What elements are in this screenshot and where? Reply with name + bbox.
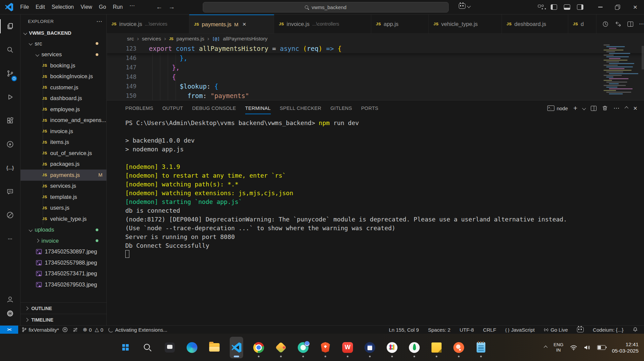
activity-account-icon[interactable] bbox=[0, 292, 20, 306]
go-live[interactable]: Go Live bbox=[544, 327, 568, 333]
menu-run[interactable]: Run bbox=[109, 2, 126, 12]
panel-tab-spell-checker[interactable]: SPELL CHECKER bbox=[280, 100, 321, 116]
panel-more-actions-icon[interactable]: ⋯ bbox=[613, 104, 620, 112]
activity-live-server-icon[interactable] bbox=[0, 203, 20, 227]
language-mode[interactable]: { } JavaScript bbox=[505, 327, 535, 333]
taskbar-sticky-notes-icon[interactable] bbox=[430, 337, 443, 358]
language-indicator[interactable]: ENG IN bbox=[553, 342, 563, 353]
close-panel-icon[interactable]: × bbox=[633, 104, 637, 112]
taskbar-notepad-icon[interactable] bbox=[474, 337, 488, 358]
breadcrumb-item[interactable]: allPaymentsHistory bbox=[223, 36, 268, 42]
activity-explorer-icon[interactable] bbox=[0, 14, 20, 38]
workspace-root[interactable]: VWMS_BACKEND bbox=[21, 28, 106, 38]
panel-tab-gitlens[interactable]: GITLENS bbox=[330, 100, 352, 116]
remote-indicator[interactable]: >< bbox=[0, 326, 18, 334]
breadcrumb-item[interactable]: payments.js bbox=[176, 36, 204, 42]
git-graph-icon[interactable] bbox=[73, 327, 78, 332]
tree-item-1734502573471-jpeg[interactable]: 1734502573471.jpeg bbox=[21, 268, 106, 279]
taskbar-app-teal-icon[interactable] bbox=[296, 337, 310, 358]
tree-item-out-of-service-js[interactable]: JSout_of_service.js bbox=[21, 148, 106, 159]
tree-item-1734502530897-jpeg[interactable]: 1734502530897.jpeg bbox=[21, 246, 106, 258]
tree-item-users-js[interactable]: JSusers.js bbox=[21, 203, 106, 214]
menu-selection[interactable]: Selection bbox=[48, 2, 77, 12]
tree-item-payments-js[interactable]: JSpayments.jsM bbox=[21, 170, 106, 181]
menu-file[interactable]: File bbox=[17, 2, 32, 12]
activity-thunder-client-icon[interactable] bbox=[0, 132, 20, 156]
activity-codeium-icon[interactable]: {...} bbox=[0, 156, 20, 180]
tree-item-packages-js[interactable]: JSpackages.js bbox=[21, 159, 106, 170]
panel-tab-output[interactable]: OUTPUT bbox=[162, 100, 183, 116]
taskbar-app-dark-icon[interactable] bbox=[163, 337, 176, 358]
command-center-search[interactable]: vwms_backend bbox=[203, 2, 449, 12]
taskbar-app-navy-icon[interactable] bbox=[363, 337, 377, 358]
editor-more-actions-icon[interactable]: ⋯ bbox=[639, 20, 644, 28]
tab-vehicle_type-js[interactable]: JSvehicle_type.js bbox=[429, 14, 502, 33]
timeline-history-icon[interactable] bbox=[602, 21, 609, 28]
taskbar-chrome-icon[interactable] bbox=[252, 337, 265, 358]
tree-item-employee-js[interactable]: JSemployee.js bbox=[21, 104, 106, 115]
tray-clock[interactable]: 12:41 05-03-2025 bbox=[612, 341, 639, 354]
tree-item-booking-js[interactable]: JSbooking.js bbox=[21, 60, 106, 71]
taskbar-search-icon[interactable] bbox=[141, 337, 154, 358]
taskbar-slack-icon[interactable] bbox=[385, 337, 399, 358]
tree-item-src[interactable]: src bbox=[21, 38, 106, 49]
split-editor-icon[interactable] bbox=[627, 22, 633, 27]
problems-indicator[interactable]: ⊗ 0 △ 0 bbox=[83, 327, 103, 333]
minimize-button[interactable] bbox=[591, 0, 609, 14]
breadcrumb-item[interactable]: services bbox=[142, 36, 161, 42]
activity-settings-icon[interactable] bbox=[0, 306, 20, 321]
tab-close-icon[interactable]: × bbox=[243, 21, 246, 28]
terminal-output[interactable]: PS C:\Users\Admin\Desktop\vvms backend\v… bbox=[107, 116, 644, 325]
tree-item-customer-js[interactable]: JScustomer.js bbox=[21, 82, 106, 93]
notifications-bell-icon[interactable] bbox=[633, 327, 638, 332]
tree-item-1734502679503-jpeg[interactable]: 1734502679503.jpeg bbox=[21, 279, 106, 290]
taskbar-app-diamond-icon[interactable] bbox=[274, 337, 288, 358]
tab-d[interactable]: JSd bbox=[568, 14, 597, 33]
panel-tab-problems[interactable]: PROBLEMS bbox=[125, 100, 153, 116]
wifi-icon[interactable] bbox=[570, 344, 577, 351]
tree-item-bookinginvoice-js[interactable]: JSbookingInvoice.js bbox=[21, 71, 106, 82]
minimap[interactable] bbox=[604, 44, 641, 98]
tree-item-income-and-expens-[interactable]: JSincome_and_expens... bbox=[21, 115, 106, 126]
section-timeline[interactable]: TIMELINE bbox=[21, 314, 106, 325]
taskbar-file-explorer-icon[interactable] bbox=[207, 337, 221, 358]
tab-app-js[interactable]: JSapp.js bbox=[371, 14, 429, 33]
tree-item-1734502557988-jpeg[interactable]: 1734502557988.jpeg bbox=[21, 257, 106, 268]
status-robot-icon[interactable] bbox=[577, 327, 584, 332]
panel-tab-debug-console[interactable]: DEBUG CONSOLE bbox=[192, 100, 236, 116]
taskbar-vscode-icon[interactable] bbox=[230, 337, 243, 358]
tree-item-invoice-js[interactable]: JSinvoice.js bbox=[21, 126, 106, 137]
tray-overflow-icon[interactable] bbox=[544, 345, 548, 349]
taskbar-postman-icon[interactable] bbox=[452, 337, 465, 358]
tab-deshboard-js[interactable]: JSdeshboard.js bbox=[502, 14, 568, 33]
panel-tab-ports[interactable]: PORTS bbox=[361, 100, 378, 116]
tab-invoice-js[interactable]: JSinvoice.js...\services bbox=[107, 14, 189, 33]
tree-item-dashboard-js[interactable]: JSdashboard.js bbox=[21, 93, 106, 104]
taskbar-mongodb-icon[interactable] bbox=[408, 337, 421, 358]
kill-terminal-icon[interactable] bbox=[602, 105, 608, 111]
tree-item-items-js[interactable]: JSitems.js bbox=[21, 137, 106, 148]
tree-item-uploads[interactable]: uploads bbox=[21, 224, 106, 236]
nav-forward-icon[interactable]: → bbox=[168, 3, 175, 11]
taskbar-wps-icon[interactable] bbox=[341, 337, 354, 358]
toggle-panel-icon[interactable] bbox=[564, 4, 570, 10]
cursor-position[interactable]: Ln 155, Col 9 bbox=[389, 327, 419, 333]
activity-extensions-icon[interactable] bbox=[0, 109, 20, 132]
activity-more-icon[interactable]: ⋯ bbox=[0, 227, 20, 250]
menu-more-icon[interactable]: ⋯ bbox=[126, 2, 138, 12]
restore-button[interactable] bbox=[609, 0, 626, 14]
terminal-dropdown-icon[interactable] bbox=[582, 106, 586, 110]
tab-payments-js[interactable]: JSpayments.jsM× bbox=[189, 14, 274, 33]
toggle-sidebar-icon[interactable] bbox=[551, 4, 557, 10]
editor[interactable]: 123export const allPaymentsHistory = asy… bbox=[107, 44, 644, 100]
activity-source-control-icon[interactable] bbox=[0, 62, 20, 85]
explorer-more-icon[interactable]: ⋯ bbox=[96, 18, 102, 25]
codeium-status[interactable]: Codeium: {...} bbox=[593, 327, 623, 333]
git-branch[interactable]: fixVernability* bbox=[22, 327, 68, 333]
taskbar-brave-icon[interactable] bbox=[319, 337, 332, 358]
eol-sequence[interactable]: CRLF bbox=[483, 327, 496, 333]
tree-item-invoice[interactable]: invoice bbox=[21, 235, 106, 246]
section-outline[interactable]: OUTLINE bbox=[21, 302, 106, 314]
menu-edit[interactable]: Edit bbox=[32, 2, 49, 12]
panel-tab-terminal[interactable]: TERMINAL bbox=[245, 100, 271, 116]
